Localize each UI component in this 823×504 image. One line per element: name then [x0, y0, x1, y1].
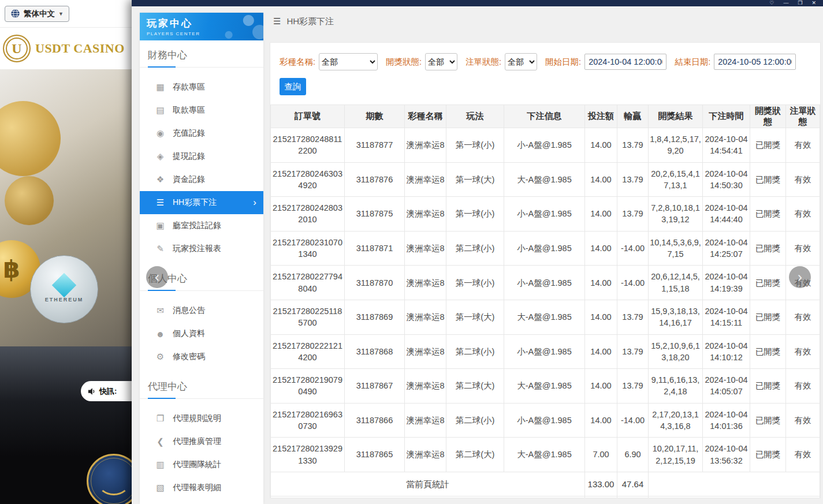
- sidebar-item-withdraw[interactable]: ▤ 取款專區 ›: [140, 99, 263, 122]
- gold-coin-shape: [5, 176, 54, 225]
- globe-icon: [10, 9, 20, 18]
- totals-row: 總統計133.0047.64: [271, 496, 820, 498]
- draw-status-label: 開獎狀態:: [386, 57, 422, 68]
- column-header: 下注信息: [504, 105, 585, 128]
- sidebar-item-agent-team-stats[interactable]: ▥ 代理團隊統計 ›: [140, 453, 263, 476]
- person-icon: ☻: [155, 329, 165, 339]
- start-date-label: 開始日期:: [545, 57, 581, 68]
- site-lower-area: 快訊:: [0, 346, 132, 504]
- bet-row: 215217280227794804031187870澳洲幸运8第一球(小)小-…: [271, 266, 820, 300]
- sidebar-header: 玩家中心 PLAYERS CENTER: [140, 13, 263, 40]
- sidebar-item-announcements[interactable]: ✉ 消息公告 ›: [140, 299, 263, 322]
- sidebar-item-room-bet-records[interactable]: ▣ 廳室投註記錄 ›: [140, 214, 263, 237]
- brand-bar: U USDT CASINO: [0, 28, 132, 69]
- totals-bet-amount: 133.00: [585, 496, 617, 498]
- funds-icon: ❖: [155, 174, 165, 185]
- sidebar-item-agent-report-detail[interactable]: ▧ 代理報表明細 ›: [140, 476, 263, 499]
- table-footer: 當前頁統計133.0047.64總統計133.0047.64: [271, 472, 820, 498]
- bet-row: 215217280213929133031187865澳洲幸运8第二球(大)大-…: [271, 438, 820, 472]
- calculator-icon: ▦: [155, 82, 165, 92]
- report-detail-icon: ▧: [155, 483, 165, 493]
- start-date-input[interactable]: [584, 54, 666, 70]
- recharge-icon: ◉: [155, 128, 165, 139]
- sidebar-item-agent-promotion[interactable]: ❮ 代理推廣管理 ›: [140, 430, 263, 453]
- chart-icon: ▥: [155, 460, 165, 470]
- column-header: 輸贏: [617, 105, 649, 128]
- sidebar-item-change-password[interactable]: ⚙ 修改密碼 ›: [140, 345, 263, 368]
- filter-start-date: 開始日期:: [545, 54, 666, 70]
- column-header: 注單狀態: [786, 105, 820, 128]
- chevron-right-icon: ›: [253, 197, 256, 208]
- carousel-next-button[interactable]: ›: [789, 266, 811, 288]
- close-icon[interactable]: ✕: [811, 1, 816, 6]
- filter-bet-status: 注單狀態: 全部: [466, 53, 537, 70]
- caret-down-icon: ▼: [58, 11, 64, 17]
- sidebar-item-agent-members[interactable]: ♟ 代理下級會員 ›: [140, 499, 263, 504]
- sidebar-title: 玩家中心: [147, 17, 263, 30]
- window-titlebar: ♡—❐✕: [132, 0, 823, 6]
- column-header: 期數: [345, 105, 405, 128]
- window-controls: ♡—❐✕: [769, 1, 816, 6]
- sidebar-section: 代理中心 ❐ 代理規則說明 › ❮ 代理推廣管理 › ▥ 代理團隊統計 › ▧ …: [140, 372, 263, 504]
- end-date-label: 結束日期:: [675, 57, 710, 68]
- brand-name: USDT CASINO: [35, 41, 125, 56]
- sidebar-section-heading: 代理中心: [140, 372, 263, 399]
- document-icon: ❐: [155, 413, 165, 424]
- bet-status-select[interactable]: 全部: [505, 53, 537, 70]
- table-header-row: 訂單號期數彩種名稱玩法下注信息投注額輸贏開獎結果下注時間開獎狀態注單狀態: [271, 105, 820, 128]
- sidebar-item-profile[interactable]: ☻ 個人資料 ›: [140, 322, 263, 345]
- language-selector[interactable]: 繁体中文 ▼: [5, 6, 69, 22]
- news-ticker: 快訊:: [81, 381, 132, 401]
- players-center-window: ♡—❐✕ 玩家中心 PLAYERS CENTER 財務中心 ▦ 存款專區 › ▤…: [132, 0, 823, 504]
- ticker-label: 快訊:: [99, 386, 117, 397]
- language-label: 繁体中文: [24, 9, 55, 19]
- bet-row: 215217280246303492031187876澳洲幸运8第一球(大)大-…: [271, 162, 820, 197]
- bet-row: 215217280248811220031187877澳洲幸运8第一球(小)小-…: [271, 128, 820, 163]
- sidebar-item-agent-rules[interactable]: ❐ 代理規則說明 ›: [140, 407, 263, 430]
- totals-winloss: 47.64: [617, 496, 649, 498]
- filter-draw-status: 開獎狀態: 全部: [386, 53, 457, 70]
- column-header: 投注額: [585, 105, 617, 128]
- share-icon: ❮: [155, 436, 165, 447]
- query-button[interactable]: 查詢: [280, 78, 306, 95]
- column-header: 開獎狀態: [750, 105, 786, 128]
- screen: 繁体中文 ▼ U USDT CASINO ฿ ETHEREUM: [0, 0, 823, 504]
- sidebar-item-deposit[interactable]: ▦ 存款專區 ›: [140, 76, 263, 99]
- sidebar-item-recharge-records[interactable]: ◉ 充值記錄 ›: [140, 122, 263, 145]
- draw-status-select[interactable]: 全部: [425, 53, 457, 70]
- column-header: 訂單號: [271, 105, 345, 128]
- column-header: 玩法: [446, 105, 504, 128]
- minimize-icon[interactable]: —: [783, 1, 788, 6]
- sidebar-item-hh-lottery-bets[interactable]: ☰ HH彩票下注 ›: [140, 191, 263, 214]
- lottery-name-label: 彩種名稱:: [280, 57, 315, 68]
- heart-icon[interactable]: ♡: [769, 1, 774, 6]
- background-site: 繁体中文 ▼ U USDT CASINO ฿ ETHEREUM: [0, 0, 132, 504]
- totals-row: 當前頁統計133.0047.64: [271, 472, 820, 496]
- end-date-input[interactable]: [714, 54, 796, 70]
- maximize-icon[interactable]: ❐: [798, 1, 802, 6]
- bet-row: 215217280231070134031187871澳洲幸运8第二球(小)小-…: [271, 231, 820, 266]
- sidebar-item-fund-records[interactable]: ❖ 資金記錄 ›: [140, 168, 263, 191]
- bet-row: 215217280219079049031187867澳洲幸运8第二球(大)大-…: [271, 369, 820, 404]
- sidebar-section: 財務中心 ▦ 存款專區 › ▤ 取款專區 › ◉ 充值記錄 › ◈ 提現記錄 ›…: [140, 40, 263, 264]
- lottery-name-select[interactable]: 全部: [319, 53, 378, 70]
- ethereum-icon: [52, 272, 76, 297]
- carousel-prev-button[interactable]: ‹: [146, 266, 168, 288]
- menu-icon[interactable]: ☰: [273, 16, 281, 27]
- filter-lottery-name: 彩種名稱: 全部: [280, 53, 378, 70]
- sidebar-item-withdraw-records[interactable]: ◈ 提現記錄 ›: [140, 145, 263, 168]
- ethereum-coin: ETHEREUM: [30, 255, 98, 323]
- withdraw-record-icon: ◈: [155, 151, 165, 162]
- totals-label: 總統計: [271, 496, 585, 498]
- column-header: 開獎結果: [649, 105, 703, 128]
- bet-row: 215217280222121420031187868澳洲幸运8第二球(小)小-…: [271, 334, 820, 369]
- sidebar-item-player-bet-report[interactable]: ✎ 玩家投注報表 ›: [140, 237, 263, 260]
- room-grid-icon: ▣: [155, 221, 165, 231]
- column-header: 下注時間: [703, 105, 750, 128]
- page-title: HH彩票下注: [286, 16, 334, 27]
- sidebar-section-heading: 財務中心: [140, 40, 263, 68]
- speaker-icon: [88, 387, 96, 395]
- site-topbar: 繁体中文 ▼: [0, 0, 132, 28]
- usdt-casino-logo: U: [3, 35, 31, 62]
- query-panel: 彩種名稱: 全部 開獎狀態: 全部 注單狀態:: [270, 42, 821, 498]
